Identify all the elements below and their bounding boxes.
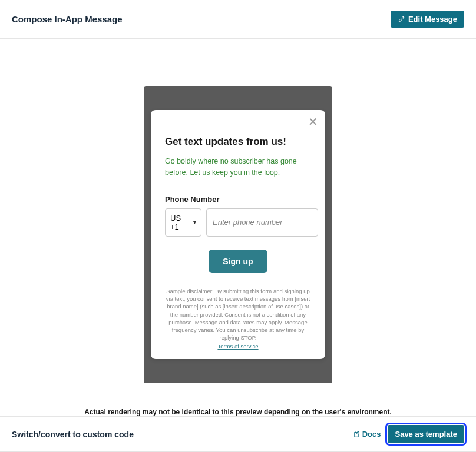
edit-button-label: Edit Message <box>408 15 457 24</box>
close-icon[interactable]: ✕ <box>308 116 318 128</box>
country-code-value: US +1 <box>170 214 190 231</box>
chevron-down-icon: ▾ <box>193 219 196 225</box>
terms-of-service-link[interactable]: Terms of service <box>165 343 311 350</box>
switch-custom-code-label: Switch/convert to custom code <box>12 430 134 439</box>
footer-actions: Docs Save as template <box>353 425 464 443</box>
page-header: Compose In-App Message Edit Message <box>0 0 476 39</box>
docs-label: Docs <box>362 430 381 438</box>
modal-title: Get text updates from us! <box>165 136 311 148</box>
preview-area: ✕ Get text updates from us! Go boldly wh… <box>0 39 476 416</box>
edit-icon <box>398 16 405 23</box>
edit-message-button[interactable]: Edit Message <box>391 11 464 28</box>
sign-up-button[interactable]: Sign up <box>209 250 267 273</box>
disclaimer-text: Sample disclaimer: By submitting this fo… <box>165 287 311 342</box>
country-code-select[interactable]: US +1 ▾ <box>165 208 201 237</box>
phone-number-label: Phone Number <box>165 195 311 204</box>
page-title: Compose In-App Message <box>12 14 123 24</box>
docs-link[interactable]: Docs <box>353 430 381 438</box>
device-frame: ✕ Get text updates from us! Go boldly wh… <box>144 86 332 383</box>
in-app-modal: ✕ Get text updates from us! Go boldly wh… <box>151 110 325 359</box>
page-footer: Switch/convert to custom code Docs Save … <box>0 416 476 452</box>
phone-number-input[interactable] <box>206 208 318 237</box>
external-link-icon <box>353 431 360 438</box>
save-as-template-button[interactable]: Save as template <box>388 425 464 443</box>
render-note: Actual rendering may not be identical to… <box>84 408 392 416</box>
phone-input-row: US +1 ▾ <box>165 208 311 237</box>
modal-subtitle: Go boldly where no subscriber has gone b… <box>165 156 311 178</box>
